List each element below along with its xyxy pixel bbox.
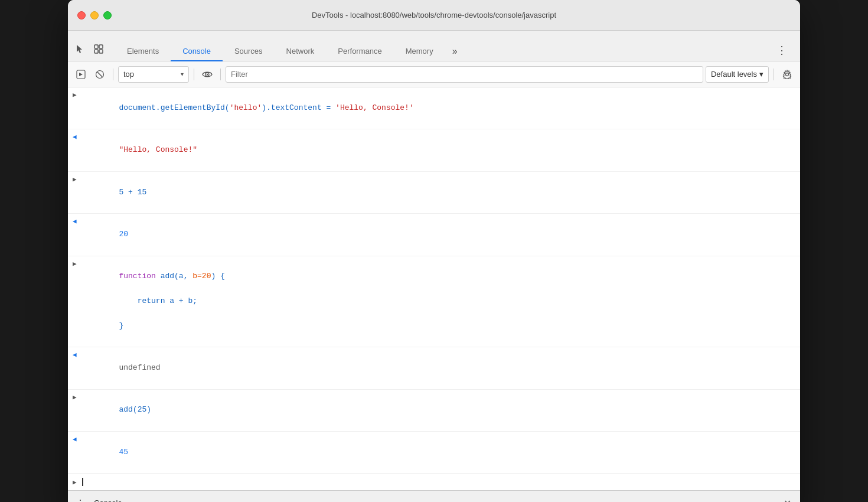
console-row: ▶ document.getElementById('hello').textC… — [68, 87, 800, 129]
filter-input[interactable] — [226, 66, 703, 83]
cursor-icon[interactable] — [73, 42, 87, 56]
console-row: ◀ undefined — [68, 347, 800, 389]
toolbar-divider-3 — [220, 69, 221, 80]
devtools-menu-button[interactable]: ⋮ — [769, 39, 795, 61]
console-row: ▶ function add(a, b=20) { return a + b; … — [68, 256, 800, 348]
svg-point-8 — [207, 73, 208, 74]
devtools-window: DevTools - localhost:8080/web/tools/chro… — [68, 0, 800, 502]
tab-performance[interactable]: Performance — [326, 42, 393, 61]
default-levels-button[interactable]: Default levels ▾ — [706, 66, 769, 83]
bottom-bar: ⋮ Console ✕ — [68, 490, 800, 502]
title-bar: DevTools - localhost:8080/web/tools/chro… — [68, 0, 800, 31]
svg-rect-2 — [94, 50, 98, 53]
bottom-console-tab[interactable]: Console — [94, 497, 122, 502]
tab-network[interactable]: Network — [275, 42, 327, 61]
traffic-lights — [77, 11, 112, 19]
output-arrow: ◀ — [73, 434, 82, 445]
tab-memory[interactable]: Memory — [394, 42, 445, 61]
svg-rect-1 — [99, 45, 103, 48]
execute-button[interactable] — [73, 66, 89, 83]
context-arrow: ▾ — [181, 71, 184, 77]
svg-rect-3 — [99, 50, 103, 53]
console-output: ▶ document.getElementById('hello').textC… — [68, 87, 800, 490]
row-content: 45 — [82, 434, 795, 471]
console-input-row[interactable]: ▶ — [68, 474, 800, 490]
row-content: function add(a, b=20) { return a + b; } — [82, 259, 795, 345]
output-arrow: ◀ — [73, 350, 82, 361]
output-arrow: ◀ — [73, 132, 82, 143]
console-row: ◀ 45 — [68, 432, 800, 474]
inspect-icon[interactable] — [92, 42, 106, 56]
console-toolbar: top ▾ Default levels ▾ — [68, 61, 800, 87]
input-arrow: ▶ — [73, 392, 82, 403]
close-panel-button[interactable]: ✕ — [781, 498, 793, 502]
svg-point-9 — [786, 73, 789, 76]
toolbar-divider — [113, 69, 113, 80]
row-content: undefined — [82, 350, 795, 386]
row-content: 20 — [82, 216, 795, 253]
row-content: add(25) — [82, 392, 795, 429]
toolbar-divider-2 — [194, 69, 194, 80]
input-arrow: ▶ — [73, 478, 82, 486]
tab-icons — [73, 42, 106, 61]
console-row: ◀ 20 — [68, 214, 800, 256]
tab-elements[interactable]: Elements — [115, 42, 171, 61]
toolbar-divider-4 — [774, 69, 774, 80]
input-arrow: ▶ — [73, 259, 82, 270]
bottom-menu-button[interactable]: ⋮ — [75, 497, 87, 502]
svg-rect-0 — [94, 45, 98, 48]
input-arrow: ▶ — [73, 174, 82, 185]
console-row: ▶ 5 + 15 — [68, 172, 800, 214]
context-selector[interactable]: top ▾ — [118, 66, 189, 83]
close-button[interactable] — [77, 11, 86, 19]
minimize-button[interactable] — [90, 11, 99, 19]
maximize-button[interactable] — [103, 11, 112, 19]
row-content: 5 + 15 — [82, 174, 795, 211]
tab-sources[interactable]: Sources — [223, 42, 275, 61]
input-arrow: ▶ — [73, 90, 82, 101]
svg-line-6 — [97, 72, 102, 77]
tab-console[interactable]: Console — [171, 42, 223, 61]
output-arrow: ◀ — [73, 216, 82, 227]
console-row: ▶ add(25) — [68, 390, 800, 432]
row-content: document.getElementById('hello').textCon… — [82, 90, 795, 126]
eye-button[interactable] — [199, 66, 216, 83]
settings-button[interactable] — [779, 66, 795, 83]
cursor — [82, 478, 83, 486]
clear-button[interactable] — [92, 66, 108, 83]
window-title: DevTools - localhost:8080/web/tools/chro… — [312, 11, 556, 19]
bottom-console-label: Console — [94, 498, 122, 502]
tabs-bar: Elements Console Sources Network Perform… — [68, 31, 800, 61]
row-content: "Hello, Console!" — [82, 132, 795, 168]
more-tabs-button[interactable]: » — [445, 41, 465, 61]
console-row: ◀ "Hello, Console!" — [68, 129, 800, 171]
